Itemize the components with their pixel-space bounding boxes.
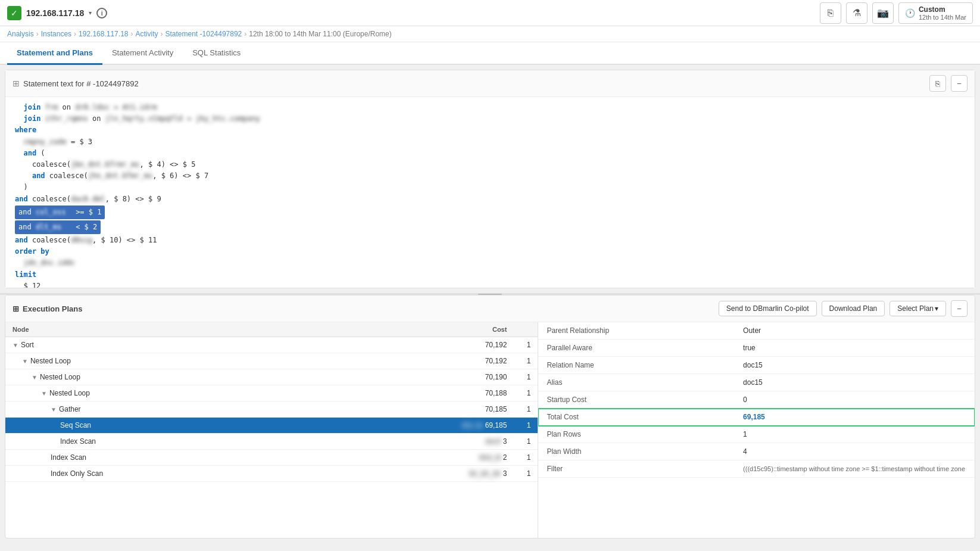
download-plan-button[interactable]: Download Plan xyxy=(822,301,885,316)
exec-header-left: ⊞ Execution Plans xyxy=(13,304,82,313)
statement-header-right: ⎘ − xyxy=(929,75,967,92)
tab-statement-plans[interactable]: Statement and Plans xyxy=(7,42,102,65)
detail-row: Parallel Awaretrue xyxy=(538,340,975,357)
copilot-button[interactable]: Send to DBmarlin Co-pilot xyxy=(719,301,817,316)
breadcrumb-sep-4: › xyxy=(161,30,163,38)
statement-header-left: ⊞ Statement text for # -1024497892 xyxy=(13,79,139,88)
tab-bar: Statement and Plans Statement Activity S… xyxy=(0,42,980,65)
shield-icon: ✓ xyxy=(7,6,21,20)
filter-button[interactable]: ⚗ xyxy=(846,2,867,24)
code-line-1: join frm on dr0.ldoc = At1.idrm xyxy=(15,102,965,113)
breadcrumb-activity[interactable]: Activity xyxy=(135,30,158,38)
select-plan-button[interactable]: Select Plan ▾ xyxy=(890,301,946,316)
exec-detail-panel: Parent RelationshipOuterParallel Awaretr… xyxy=(538,322,975,538)
tab-statement-activity[interactable]: Statement Activity xyxy=(102,42,183,65)
time-custom-label: Custom xyxy=(919,5,966,14)
breadcrumb-analysis[interactable]: Analysis xyxy=(7,30,34,38)
code-line-2: join ithr_rqmns on jln_hqrty.cCmpqYld = … xyxy=(15,113,965,124)
code-line-11: and dlt_ms < $ 2 xyxy=(15,220,965,235)
info-icon[interactable]: i xyxy=(96,8,107,18)
execution-plans-section: ⊞ Execution Plans Send to DBmarlin Co-pi… xyxy=(5,295,975,538)
code-line-13: order by xyxy=(15,246,965,257)
breadcrumb-timerange: 12th 18:00 to 14th Mar 11:00 (Europe/Rom… xyxy=(249,30,391,38)
plan-row[interactable]: ▼Gather70,1851 xyxy=(5,401,538,418)
detail-row: Total Cost69,185 xyxy=(538,409,975,426)
copy-stmt-button[interactable]: ⎘ xyxy=(929,75,946,92)
detail-row: Plan Rows1 xyxy=(538,426,975,443)
col-cost: Cost xyxy=(325,322,514,337)
plan-row[interactable]: ▼Sort70,1921 xyxy=(5,337,538,353)
col-node: Node xyxy=(5,322,325,337)
detail-row: Aliasdoc15 xyxy=(538,374,975,391)
top-bar-right: ⎘ ⚗ 📷 🕐 Custom 12th to 14th Mar xyxy=(820,2,973,24)
time-range-button[interactable]: 🕐 Custom 12th to 14th Mar xyxy=(898,2,973,24)
code-line-8: ) xyxy=(15,182,965,193)
detail-row: Startup Cost0 xyxy=(538,391,975,409)
code-line-9: and coalesce(dac0.dml, $ 8) <> $ 9 xyxy=(15,194,965,205)
col-loops xyxy=(514,322,538,337)
code-line-12: and coalesce(d0sig, $ 10) <> $ 11 xyxy=(15,235,965,246)
plan-row[interactable]: ▼Nested Loop70,1881 xyxy=(5,385,538,401)
statement-panel: ⊞ Statement text for # -1024497892 ⎘ − j… xyxy=(5,70,975,288)
breadcrumb-instances[interactable]: Instances xyxy=(41,30,71,38)
time-range-value: 12th to 14th Mar xyxy=(919,14,966,21)
breadcrumb-sep-2: › xyxy=(74,30,76,38)
highlight-line-2: and dlt_ms < $ 2 xyxy=(15,220,101,234)
plan-row[interactable]: Seq Scand1c.1c 69,1851 xyxy=(5,418,538,434)
detail-row: Relation Namedoc15 xyxy=(538,357,975,374)
execution-plans-header: ⊞ Execution Plans Send to DBmarlin Co-pi… xyxy=(5,295,975,322)
plan-row[interactable]: ▼Nested Loop70,1921 xyxy=(5,353,538,369)
breadcrumb-sep-3: › xyxy=(130,30,133,38)
clock-icon: 🕐 xyxy=(905,8,915,18)
plan-row[interactable]: ▼Nested Loop70,1901 xyxy=(5,369,538,385)
collapse-exec-button[interactable]: − xyxy=(951,300,967,317)
code-line-7: and coalesce(jhn_dnt.bTmr_ms, $ 6) <> $ … xyxy=(15,170,965,182)
collapse-stmt-button[interactable]: − xyxy=(951,75,967,92)
plan-row[interactable]: Index Scandoc0 31 xyxy=(5,434,538,450)
plan-table: Node Cost ▼Sort70,1921▼Nested Loop70,192… xyxy=(5,322,538,482)
code-line-4: cmpny_code = $ 3 xyxy=(15,136,965,148)
exec-plans-title: Execution Plans xyxy=(23,304,82,313)
breadcrumb-statement[interactable]: Statement -1024497892 xyxy=(166,30,242,38)
exec-body: Node Cost ▼Sort70,1921▼Nested Loop70,192… xyxy=(5,322,975,538)
instance-dropdown-icon[interactable]: ▾ xyxy=(89,10,92,16)
exec-header-right: Send to DBmarlin Co-pilot Download Plan … xyxy=(719,300,967,317)
statement-header: ⊞ Statement text for # -1024497892 ⎘ − xyxy=(5,70,975,97)
detail-row: Plan Width4 xyxy=(538,443,975,460)
main-content: ⊞ Statement text for # -1024497892 ⎘ − j… xyxy=(0,65,980,543)
tab-sql-statistics[interactable]: SQL Statistics xyxy=(183,42,250,65)
select-plan-label: Select Plan xyxy=(897,304,934,313)
detail-row: Filter(((d15c95)::timestamp without time… xyxy=(538,460,975,478)
top-bar-left: ✓ 192.168.117.18 ▾ i xyxy=(7,6,107,20)
highlight-line-1: and col_oss >= $ 1 xyxy=(15,206,105,219)
breadcrumb: Analysis › Instances › 192.168.117.18 › … xyxy=(0,26,980,42)
instance-label: 192.168.117.18 xyxy=(26,8,84,18)
detail-row: Parent RelationshipOuter xyxy=(538,322,975,340)
select-plan-arrow: ▾ xyxy=(935,304,938,313)
top-bar: ✓ 192.168.117.18 ▾ i ⎘ ⚗ 📷 🕐 Custom 12th… xyxy=(0,0,980,26)
plan-row[interactable]: Index Scanblrd_bl 21 xyxy=(5,450,538,466)
code-line-15: limit xyxy=(15,269,965,281)
code-line-6: coalesce(jbn_dnt.bTrmr_ms, $ 4) <> $ 5 xyxy=(15,159,965,170)
code-line-16: $ 12 xyxy=(15,281,965,288)
exec-plan-table: Node Cost ▼Sort70,1921▼Nested Loop70,192… xyxy=(5,322,538,538)
breadcrumb-sep-5: › xyxy=(244,30,246,38)
time-range-label: Custom 12th to 14th Mar xyxy=(919,5,966,21)
code-line-14: jdn_dnc.iddc xyxy=(15,257,965,269)
code-line-10: and col_oss >= $ 1 xyxy=(15,205,965,220)
breadcrumb-ip[interactable]: 192.168.117.18 xyxy=(79,30,128,38)
plan-row[interactable]: Index Only Scanblr_blr_blr 31 xyxy=(5,466,538,482)
code-line-5: and ( xyxy=(15,148,965,159)
breadcrumb-sep-1: › xyxy=(36,30,39,38)
copy-button[interactable]: ⎘ xyxy=(820,2,841,24)
exec-plans-icon: ⊞ xyxy=(13,304,19,313)
statement-icon: ⊞ xyxy=(13,79,20,88)
code-line-3: where xyxy=(15,124,965,136)
statement-body: join frm on dr0.ldoc = At1.idrm join ith… xyxy=(5,97,975,288)
statement-title: Statement text for # -1024497892 xyxy=(23,79,139,88)
camera-button[interactable]: 📷 xyxy=(872,2,894,24)
detail-table: Parent RelationshipOuterParallel Awaretr… xyxy=(538,322,975,478)
